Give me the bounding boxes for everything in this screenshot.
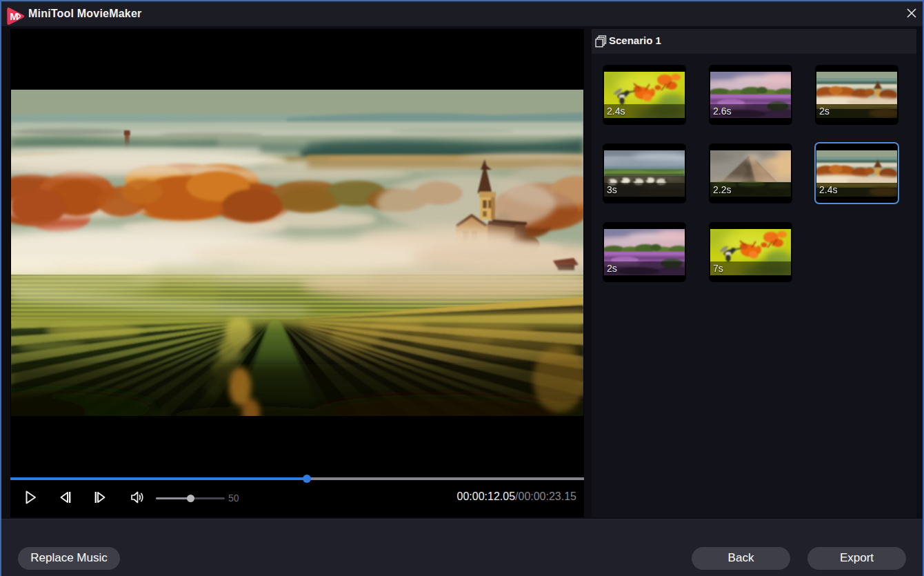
svg-text:M: M bbox=[10, 11, 18, 22]
